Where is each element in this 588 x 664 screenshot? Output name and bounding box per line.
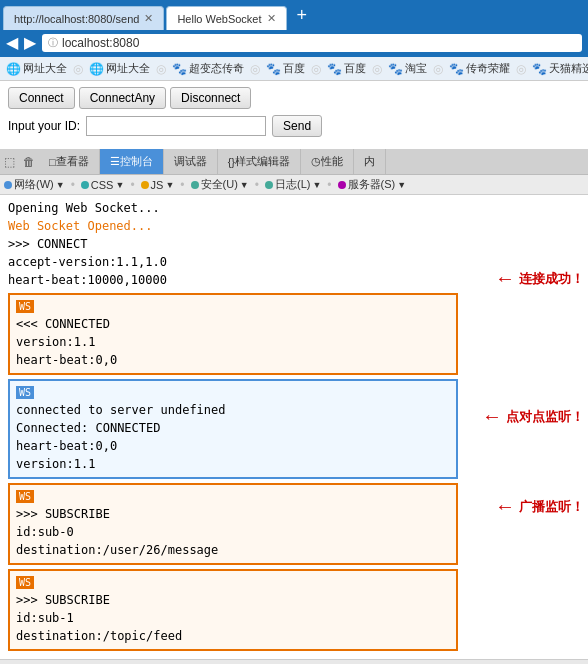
devtools-tab-perf[interactable]: ◷ 性能: [301, 149, 354, 174]
annotation-broadcast: ← 广播监听！: [495, 495, 584, 518]
block4-content: >>> SUBSCRIBE id:sub-1 destination:/topi…: [16, 591, 450, 645]
console-line-connect: >>> CONNECT: [8, 235, 458, 253]
block3-line2: id:sub-0: [16, 523, 450, 541]
console-line-accept: accept-version:1.1,1.0: [8, 253, 458, 271]
id-input[interactable]: [86, 116, 266, 136]
dot-log: [265, 181, 273, 189]
filter-network[interactable]: 网络(W) ▼: [4, 177, 65, 192]
address-box: ⓘ localhost:8080: [42, 34, 582, 52]
subscribe-p2p-block: WS >>> SUBSCRIBE id:sub-0 destination:/u…: [8, 483, 458, 565]
dot-css: [81, 181, 89, 189]
address-bar-container: ◀ ▶ ⓘ localhost:8080: [0, 30, 588, 57]
annotation-p2p: ← 点对点监听！: [482, 405, 584, 428]
block4-line1: >>> SUBSCRIBE: [16, 591, 450, 609]
block3-label: WS: [16, 490, 34, 503]
block2-line4: version:1.1: [16, 455, 450, 473]
bookmark-chabian[interactable]: 🐾 超变态传奇: [172, 61, 244, 76]
tab-websocket-close[interactable]: ✕: [267, 12, 276, 25]
block2-line1: connected to server undefined: [16, 401, 450, 419]
annotation-connected: ← 连接成功！: [495, 267, 584, 290]
bookmark-tianmao[interactable]: 🐾 天猫精选: [532, 61, 588, 76]
input-label: Input your ID:: [8, 119, 80, 133]
connect-button[interactable]: Connect: [8, 87, 75, 109]
subscribe-broadcast-block: WS >>> SUBSCRIBE id:sub-1 destination:/t…: [8, 569, 458, 651]
block2-line2: Connected: CONNECTED: [16, 419, 450, 437]
console-wrapper: Opening Web Socket... Web Socket Opened.…: [0, 195, 588, 659]
bookmark-baidu2[interactable]: 🐾 百度: [327, 61, 366, 76]
connectany-button[interactable]: ConnectAny: [79, 87, 166, 109]
block4-line3: destination:/topic/feed: [16, 627, 450, 645]
devtools-tab-debugger[interactable]: 调试器: [164, 149, 218, 174]
send-button[interactable]: Send: [272, 115, 322, 137]
devtools-tabs-row: ⬚ 🗑 □ 查看器 ☰ 控制台 调试器 {} 样式编辑器 ◷ 性能 内: [0, 149, 588, 175]
block4-label: WS: [16, 576, 34, 589]
block4-line2: id:sub-1: [16, 609, 450, 627]
tab-send-label: http://localhost:8080/send: [14, 13, 139, 25]
block1-content: <<< CONNECTED version:1.1 heart-beat:0,0: [16, 315, 450, 369]
arrow-broadcast: ←: [495, 495, 515, 518]
footer-bar: http://blog.csdn.net/chenjhit: [0, 659, 588, 664]
arrow-p2p: ←: [482, 405, 502, 428]
filter-server[interactable]: 服务器(S) ▼: [338, 177, 407, 192]
block3-line3: destination:/user/26/message: [16, 541, 450, 559]
dot-js: [141, 181, 149, 189]
tab-websocket[interactable]: Hello WebSocket ✕: [166, 6, 286, 30]
console-line-opening: Opening Web Socket...: [8, 199, 458, 217]
console-line-opened: Web Socket Opened...: [8, 217, 458, 235]
browser-tab-bar: http://localhost:8080/send ✕ Hello WebSo…: [0, 0, 588, 30]
block1-line3: heart-beat:0,0: [16, 351, 450, 369]
label-broadcast: 广播监听！: [519, 498, 584, 516]
tab-send-close[interactable]: ✕: [144, 12, 153, 25]
block2-line3: heart-beat:0,0: [16, 437, 450, 455]
lock-icon: ⓘ: [48, 36, 58, 50]
dot-server: [338, 181, 346, 189]
annotations-overlay: ← 连接成功！ ← 点对点监听！ ← 广播监听！: [458, 195, 588, 659]
dot-security: [191, 181, 199, 189]
filter-js[interactable]: JS ▼: [141, 179, 175, 191]
devtools-tab-inner[interactable]: 内: [354, 149, 386, 174]
bookmark-chuanqi[interactable]: 🐾 传奇荣耀: [449, 61, 510, 76]
devtools-inspector-icon[interactable]: ⬚: [0, 153, 19, 171]
action-button-row: Connect ConnectAny Disconnect: [8, 87, 580, 109]
network-filter-row: 网络(W) ▼ • CSS ▼ • JS ▼ • 安全(U) ▼ • 日志(L)…: [0, 175, 588, 195]
server-connected-block: WS connected to server undefined Connect…: [8, 379, 458, 479]
filter-css[interactable]: CSS ▼: [81, 179, 125, 191]
block2-label: WS: [16, 386, 34, 399]
block3-line1: >>> SUBSCRIBE: [16, 505, 450, 523]
filter-security[interactable]: 安全(U) ▼: [191, 177, 249, 192]
disconnect-button[interactable]: Disconnect: [170, 87, 251, 109]
back-button[interactable]: ◀: [6, 33, 18, 52]
block3-content: >>> SUBSCRIBE id:sub-0 destination:/user…: [16, 505, 450, 559]
filter-log[interactable]: 日志(L) ▼: [265, 177, 321, 192]
block2-content: connected to server undefined Connected:…: [16, 401, 450, 473]
tab-websocket-label: Hello WebSocket: [177, 13, 261, 25]
new-tab-button[interactable]: +: [289, 3, 316, 28]
devtools-tab-console[interactable]: ☰ 控制台: [100, 149, 164, 174]
devtools-trash-icon[interactable]: 🗑: [19, 153, 39, 171]
bookmark-wangzhi2[interactable]: 🌐 网址大全: [89, 61, 150, 76]
arrow-connected: ←: [495, 267, 515, 290]
bookmark-taobao[interactable]: 🐾 淘宝: [388, 61, 427, 76]
bookmarks-bar: 🌐 网址大全 ◎ 🌐 网址大全 ◎ 🐾 超变态传奇 ◎ 🐾 百度 ◎ 🐾 百度 …: [0, 57, 588, 81]
forward-button[interactable]: ▶: [24, 33, 36, 52]
bookmark-baidu1[interactable]: 🐾 百度: [266, 61, 305, 76]
console-line-heartbeat: heart-beat:10000,10000: [8, 271, 458, 289]
block1-line1: <<< CONNECTED: [16, 315, 450, 333]
devtools-tab-style[interactable]: {} 样式编辑器: [218, 149, 301, 174]
bookmark-wangzhi1[interactable]: 🌐 网址大全: [6, 61, 67, 76]
address-text: localhost:8080: [62, 36, 576, 50]
tab-send[interactable]: http://localhost:8080/send ✕: [3, 6, 164, 30]
label-p2p: 点对点监听！: [506, 408, 584, 426]
page-content: Connect ConnectAny Disconnect Input your…: [0, 81, 588, 149]
label-connected: 连接成功！: [519, 270, 584, 288]
connected-block: WS <<< CONNECTED version:1.1 heart-beat:…: [8, 293, 458, 375]
devtools-tab-viewer[interactable]: □ 查看器: [39, 149, 100, 174]
dot-network: [4, 181, 12, 189]
block1-line2: version:1.1: [16, 333, 450, 351]
id-input-row: Input your ID: Send: [8, 115, 580, 137]
block1-label: WS: [16, 300, 34, 313]
